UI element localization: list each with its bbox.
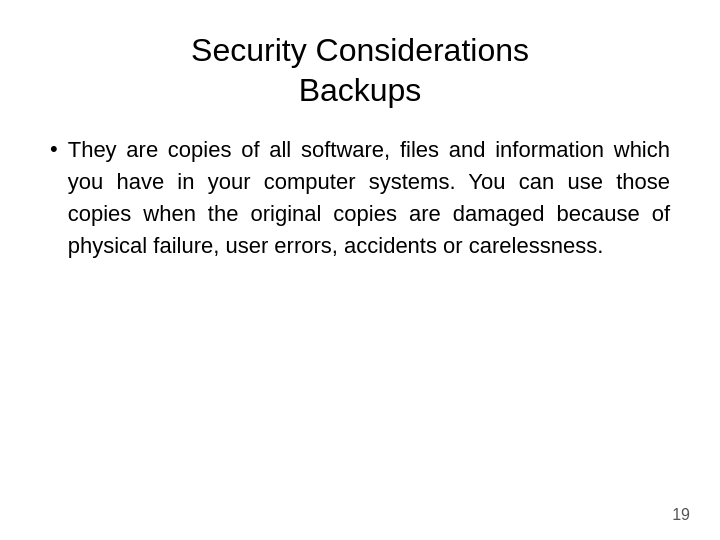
title-line1: Security Considerations bbox=[191, 32, 529, 68]
slide: Security Considerations Backups • They a… bbox=[0, 0, 720, 540]
bullet-point-icon: • bbox=[50, 136, 58, 162]
slide-title: Security Considerations Backups bbox=[50, 30, 670, 110]
bullet-text: They are copies of all software, files a… bbox=[68, 134, 670, 262]
content-area: • They are copies of all software, files… bbox=[50, 134, 670, 520]
title-line2: Backups bbox=[299, 72, 422, 108]
title-area: Security Considerations Backups bbox=[50, 30, 670, 110]
bullet-item: • They are copies of all software, files… bbox=[50, 134, 670, 262]
slide-number: 19 bbox=[672, 506, 690, 524]
